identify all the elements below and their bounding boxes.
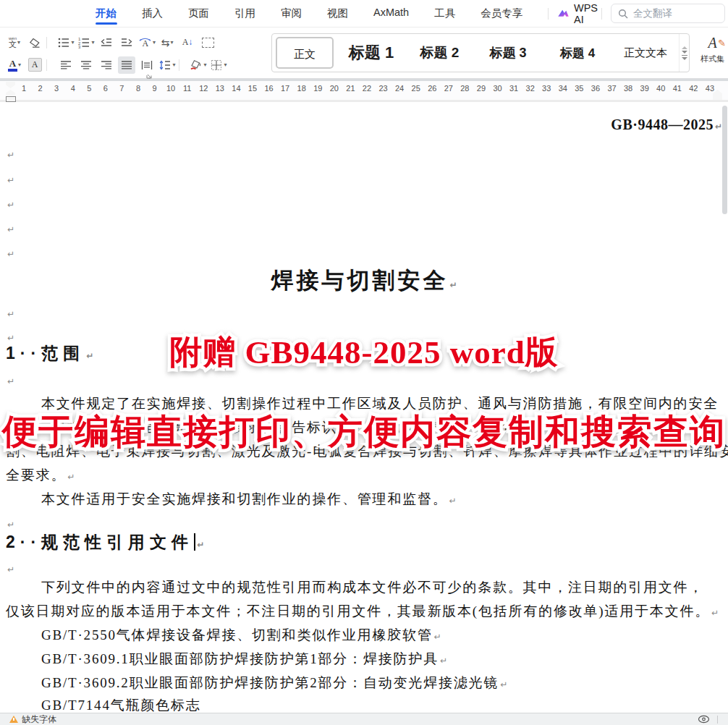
align-left-button[interactable]	[57, 56, 75, 74]
ruler-number: 30	[493, 84, 501, 93]
style-item-0[interactable]: 正文	[276, 37, 334, 69]
vertical-scrollbar-thumb[interactable]	[722, 106, 727, 214]
ruler-number: 14	[232, 84, 240, 93]
doc-line-para1_line4: 全要求。↵	[6, 467, 75, 486]
exchange-button[interactable]: ⇆ ▾	[158, 34, 176, 51]
style-item-3[interactable]: 标题 3	[473, 44, 543, 62]
paragraph-tools-group: wén 文 ▾ ▾	[4, 31, 266, 76]
menu-tab-4[interactable]: 审阅	[279, 0, 303, 27]
doc-line-header_right: GB·9448—2025↵	[611, 116, 722, 135]
pinyin-guide-icon: wén 文	[9, 36, 17, 48]
align-center-icon	[80, 59, 93, 72]
doc-line-ref_4: GB/T7144气瓶颜色标志	[41, 697, 200, 713]
paragraph-mark: ↵	[711, 608, 719, 618]
align-right-button[interactable]	[98, 56, 115, 74]
first-line-indent-marker[interactable]	[6, 82, 15, 88]
text-effect-icon: A	[138, 36, 152, 49]
align-center-button[interactable]	[77, 56, 95, 74]
paragraph-mark: ↵	[449, 280, 457, 290]
menu-tab-0[interactable]: 开始	[94, 0, 118, 27]
ruler-number: 21	[346, 84, 355, 93]
paragraph-mark: ↵	[7, 249, 14, 259]
text-frame-button[interactable]	[199, 34, 216, 51]
paint-bucket-icon	[190, 59, 203, 72]
ruler-number: 34	[559, 84, 567, 93]
menu-tab-6[interactable]: AxMath	[372, 0, 410, 27]
paragraph-mark: ↵	[500, 679, 507, 690]
align-right-icon	[100, 59, 113, 72]
wps-ai-button[interactable]: WPS AI	[557, 2, 600, 25]
style-scroll-down-icon[interactable]	[682, 51, 687, 54]
status-bar-right	[698, 715, 718, 724]
shading-button[interactable]: ▾	[190, 56, 207, 74]
paragraph-mark: ↵	[7, 520, 14, 530]
distribute-button[interactable]	[138, 56, 156, 74]
menu-tab-7[interactable]: 工具	[433, 0, 457, 27]
ruler-number: 1	[22, 84, 26, 93]
bullet-list-button[interactable]: ▾	[57, 34, 75, 51]
ruler-number: 42	[689, 84, 698, 93]
style-item-5[interactable]: 正文文本	[612, 46, 679, 60]
sort-icon: A↓	[182, 37, 193, 48]
menu-tab-3[interactable]: 引用	[233, 0, 257, 27]
style-set-button[interactable]: A✎ 样式集	[697, 33, 728, 74]
ruler-number: 40	[656, 84, 665, 93]
menu-tab-8[interactable]: 会员专享	[479, 0, 524, 27]
ruler-number: 33	[542, 84, 551, 93]
char-shading-button[interactable]: A	[26, 56, 43, 74]
menu-tab-2[interactable]: 页面	[187, 0, 211, 27]
style-scroll-up-icon[interactable]	[682, 46, 687, 49]
line-spacing-icon	[158, 59, 172, 72]
style-item-4[interactable]: 标题 4	[543, 45, 612, 62]
paragraph-mark: ↵	[440, 656, 447, 666]
increase-indent-button[interactable]	[118, 34, 135, 51]
expand-group-icon[interactable]	[146, 72, 153, 79]
style-more-icon[interactable]	[682, 57, 687, 60]
justify-button[interactable]	[118, 56, 135, 74]
empty-paragraph: ↵	[6, 304, 14, 323]
ruler-number: 8	[136, 84, 140, 93]
paragraph-mark: ↵	[7, 309, 14, 319]
text-effect-button[interactable]: A ▾	[138, 34, 156, 51]
missing-font-warning[interactable]: 缺失字体	[9, 713, 56, 725]
ruler-number: 5	[87, 84, 91, 93]
style-item-1[interactable]: 标题 1	[337, 42, 406, 64]
numbered-list-button[interactable]: 123 ▾	[77, 34, 95, 51]
decrease-indent-button[interactable]	[98, 34, 115, 51]
line-spacing-button[interactable]: ▾	[158, 56, 176, 74]
ruler-number: 7	[119, 84, 124, 93]
paragraph-mark: ↵	[715, 122, 722, 132]
ruler-number: 9	[152, 84, 156, 93]
exchange-icon: ⇆	[161, 37, 170, 48]
search-input[interactable]: 全文翻译	[611, 4, 725, 23]
ruler-number: 2	[38, 84, 43, 93]
hanging-indent-marker[interactable]	[6, 90, 15, 96]
paragraph-mark: ↵	[7, 150, 14, 160]
ruler-number: 17	[281, 84, 289, 93]
menu-tab-1[interactable]: 插入	[140, 0, 164, 27]
clear-format-button[interactable]	[26, 34, 43, 51]
justify-icon	[120, 59, 133, 72]
search-placeholder: 全文翻译	[633, 7, 672, 20]
left-indent-marker[interactable]	[6, 96, 16, 102]
menu-tab-5[interactable]: 视图	[326, 0, 350, 27]
align-left-icon	[59, 59, 72, 72]
eye-protection-icon[interactable]	[698, 715, 710, 724]
sort-button[interactable]: A↓	[179, 34, 196, 51]
svg-text:3: 3	[78, 45, 81, 49]
style-item-2[interactable]: 标题 2	[406, 43, 473, 62]
toolbar-separator	[46, 37, 47, 48]
paragraph-mark: ↵	[434, 632, 441, 642]
empty-paragraph: ↵	[6, 244, 14, 263]
border-button[interactable]: ▾	[210, 56, 227, 74]
decrease-indent-icon	[100, 36, 113, 49]
pinyin-guide-button[interactable]: wén 文 ▾	[6, 34, 23, 51]
doc-line-title: 焊接与切割安全↵	[0, 268, 728, 298]
document-canvas[interactable]: GB·9448—2025↵↵↵↵↵↵焊接与切割安全↵↵↵1··范围↵↵本文件规定…	[0, 102, 728, 713]
doc-line-ref_1: GB/T·2550气体焊接设备焊接、切割和类似作业用橡胶软管↵	[41, 627, 441, 645]
ruler-number: 18	[297, 84, 306, 93]
ruler-number: 35	[575, 84, 583, 93]
font-color-button[interactable]: A ▾	[6, 56, 23, 74]
doc-line-ref_2: GB/T·3609.1职业眼面部防护焊接防护第1部分：焊接防护具↵	[41, 650, 447, 669]
paragraph-mark: ↵	[7, 564, 14, 575]
